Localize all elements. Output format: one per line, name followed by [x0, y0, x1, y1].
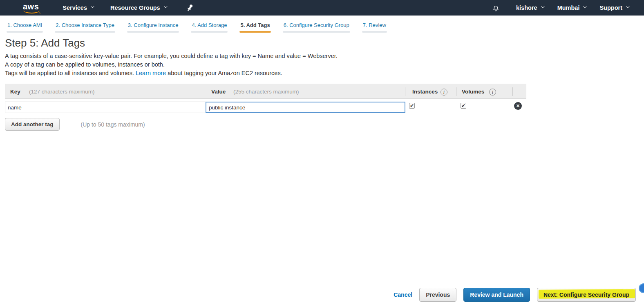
tab-add-tags[interactable]: 5. Add Tags: [239, 21, 271, 33]
tab-review[interactable]: 7. Review: [362, 21, 387, 33]
volumes-checkbox[interactable]: [461, 103, 466, 109]
tags-table: Key (127 characters maximum) Value (255 …: [5, 84, 526, 116]
column-divider: [205, 87, 205, 96]
tags-table-header: Key (127 characters maximum) Value (255 …: [5, 84, 526, 99]
nav-resource-groups-menu[interactable]: Resource Groups: [110, 4, 166, 11]
previous-button[interactable]: Previous: [419, 288, 456, 302]
tab-choose-instance-type[interactable]: 2. Choose Instance Type: [55, 21, 115, 33]
tag-row: [5, 99, 526, 116]
notifications-bell-icon[interactable]: [492, 4, 500, 12]
description-line-2: A copy of a tag can be applied to volume…: [5, 60, 644, 69]
aws-logo[interactable]: aws: [23, 2, 39, 14]
instances-column-header: Instances: [412, 89, 438, 95]
chevron-down-icon: [584, 4, 587, 8]
tag-value-input[interactable]: [206, 102, 405, 113]
chevron-down-icon: [91, 4, 94, 8]
aws-smile-icon: [23, 10, 40, 13]
nav-user-label: kishore: [516, 4, 537, 11]
column-divider: [456, 87, 456, 96]
description-line-1: A tag consists of a case-sensitive key-v…: [5, 52, 644, 60]
chevron-down-icon: [626, 4, 629, 8]
nav-services-menu[interactable]: Services: [63, 4, 93, 11]
key-column-hint: (127 characters maximum): [29, 89, 95, 95]
review-and-launch-button[interactable]: Review and Launch: [463, 288, 530, 302]
add-another-tag-button[interactable]: Add another tag: [5, 118, 60, 131]
learn-more-link[interactable]: Learn more: [136, 70, 166, 76]
partial-blue-badge: [639, 283, 644, 293]
instances-info-icon[interactable]: [441, 89, 447, 96]
column-divider: [512, 87, 513, 96]
nav-resource-groups-label: Resource Groups: [110, 4, 160, 11]
volumes-column-header: Volumes: [462, 89, 484, 95]
page-title: Step 5: Add Tags: [5, 37, 644, 49]
tab-configure-instance[interactable]: 3. Configure Instance: [127, 21, 179, 33]
pin-icon[interactable]: [184, 2, 195, 13]
tab-add-storage[interactable]: 4. Add Storage: [191, 21, 228, 33]
column-divider: [405, 87, 405, 96]
next-configure-security-group-button[interactable]: Next: Configure Security Group: [537, 288, 636, 302]
cancel-link[interactable]: Cancel: [394, 291, 412, 298]
nav-support-menu[interactable]: Support: [599, 4, 628, 11]
tag-key-input[interactable]: [5, 102, 206, 113]
nav-services-label: Services: [63, 4, 87, 11]
chevron-down-icon: [164, 4, 167, 8]
nav-support-label: Support: [599, 4, 622, 11]
wizard-step-tabs: 1. Choose AMI 2. Choose Instance Type 3.…: [0, 16, 644, 33]
value-column-header: Value: [211, 89, 226, 95]
tab-choose-ami[interactable]: 1. Choose AMI: [7, 21, 43, 33]
description-line-3: Tags will be applied to all instances an…: [5, 69, 644, 78]
max-tags-hint: (Up to 50 tags maximum): [81, 121, 145, 128]
tab-configure-security-group[interactable]: 6. Configure Security Group: [283, 21, 350, 33]
nav-user-menu[interactable]: kishore: [516, 4, 543, 11]
nav-region-label: Mumbai: [557, 4, 580, 11]
remove-tag-button[interactable]: [514, 102, 522, 110]
value-column-hint: (255 characters maximum): [233, 89, 299, 95]
nav-region-menu[interactable]: Mumbai: [557, 4, 586, 11]
top-nav-bar: aws Services Resource Groups kishore: [0, 0, 644, 16]
volumes-info-icon[interactable]: [489, 89, 496, 96]
chevron-down-icon: [541, 4, 544, 8]
instances-checkbox[interactable]: [409, 103, 415, 109]
wizard-footer: Cancel Previous Review and Launch Next: …: [394, 288, 636, 302]
key-column-header: Key: [10, 89, 20, 95]
